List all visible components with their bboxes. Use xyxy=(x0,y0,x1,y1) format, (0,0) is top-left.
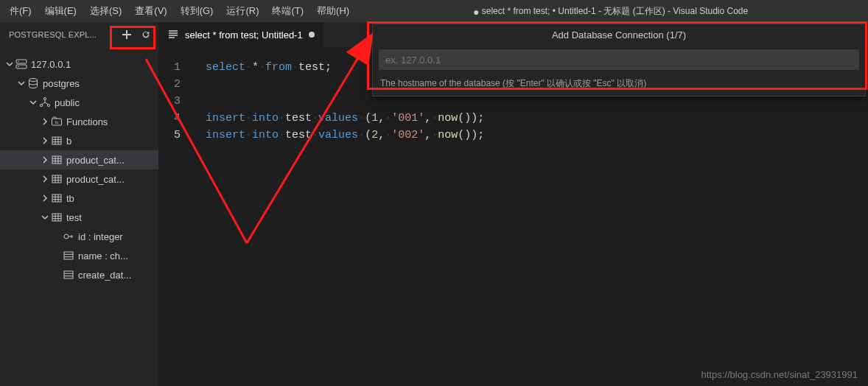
line-number: 1 xyxy=(158,59,181,76)
add-connection-button[interactable] xyxy=(119,27,135,43)
postgresql-explorer-tree[interactable]: 127.0.0.1postgrespublicfxFunctionsbprodu… xyxy=(0,47,158,386)
tree-item[interactable]: b xyxy=(0,131,158,150)
chevron-right-icon xyxy=(40,117,50,126)
menu-item[interactable]: 运行(R) xyxy=(220,0,265,22)
sidebar-panel-header: POSTGRESQL EXPL... xyxy=(0,22,158,47)
svg-point-2 xyxy=(18,61,19,63)
tree-item-label: 127.0.0.1 xyxy=(31,59,71,70)
svg-point-5 xyxy=(43,97,46,99)
tree-item[interactable]: tb xyxy=(0,189,158,208)
tree-item[interactable]: test xyxy=(0,208,158,227)
menu-item[interactable]: 编辑(E) xyxy=(38,0,83,22)
column-icon xyxy=(62,250,75,262)
chevron-down-icon xyxy=(28,98,38,107)
window-title: ● select * from test; • Untitled-1 - 无标题… xyxy=(356,5,865,18)
menu-item[interactable]: 查看(V) xyxy=(128,0,173,22)
menu-item[interactable]: 终端(T) xyxy=(265,0,310,22)
line-number: 2 xyxy=(158,76,181,93)
table-icon xyxy=(50,173,63,185)
svg-point-15 xyxy=(64,234,69,239)
chevron-right-icon xyxy=(40,136,50,145)
server-icon xyxy=(15,58,28,70)
table-icon xyxy=(50,154,63,166)
svg-point-6 xyxy=(40,104,42,106)
tree-item[interactable]: public xyxy=(0,93,158,112)
key-icon xyxy=(62,231,75,242)
tree-item-label: product_cat... xyxy=(66,155,125,166)
table-icon xyxy=(50,192,63,204)
svg-rect-17 xyxy=(64,271,73,278)
tree-item-label: tb xyxy=(66,193,74,204)
dirty-dot-icon xyxy=(309,32,315,38)
quick-input-dialog: Add Database Connection (1/7) The hostna… xyxy=(372,24,866,96)
svg-point-7 xyxy=(47,104,49,106)
code-editor[interactable]: 12345 select·*·from·test; insert·into·te… xyxy=(158,47,868,386)
sidebar-panel-title: POSTGRESQL EXPL... xyxy=(9,30,119,39)
line-number: 5 xyxy=(158,127,181,144)
chevron-right-icon xyxy=(40,194,50,203)
refresh-button[interactable] xyxy=(138,27,154,43)
svg-rect-16 xyxy=(64,252,73,259)
tree-item-label: public xyxy=(55,97,80,108)
tree-item[interactable]: 127.0.0.1 xyxy=(0,55,158,74)
line-number: 4 xyxy=(158,110,181,127)
column-icon xyxy=(62,269,75,281)
table-icon xyxy=(50,135,63,147)
line-number: 3 xyxy=(158,93,181,110)
chevron-down-icon xyxy=(16,79,27,88)
tree-item[interactable]: product_cat... xyxy=(0,169,158,189)
menu-items: 件(F)编辑(E)选择(S)查看(V)转到(G)运行(R)终端(T)帮助(H) xyxy=(3,0,356,22)
tree-item-label: product_cat... xyxy=(66,174,125,185)
code-line[interactable]: insert·into·test·values·(1,·'001',·now()… xyxy=(206,110,868,127)
tree-item[interactable]: fxFunctions xyxy=(0,112,158,131)
tree-item-label: test xyxy=(66,212,82,223)
tree-item-label: name : ch... xyxy=(78,250,128,262)
tree-item-label: create_dat... xyxy=(78,270,131,281)
tree-item-label: Functions xyxy=(66,116,108,127)
menu-item[interactable]: 选择(S) xyxy=(83,0,128,22)
chevron-right-icon xyxy=(40,175,50,183)
svg-rect-1 xyxy=(16,65,27,69)
svg-rect-13 xyxy=(52,194,61,202)
dirty-indicator-icon: ● xyxy=(473,5,479,17)
watermark-text: https://blog.csdn.net/sinat_23931991 xyxy=(701,369,858,380)
tree-item-label: id : integer xyxy=(78,231,123,242)
sidebar-panel-actions xyxy=(119,27,154,43)
tree-item[interactable]: postgres xyxy=(0,74,158,93)
svg-point-4 xyxy=(29,79,38,82)
svg-rect-10 xyxy=(52,137,61,144)
svg-rect-0 xyxy=(16,60,27,63)
tree-item[interactable]: name : ch... xyxy=(0,246,158,265)
svg-text:fx: fx xyxy=(55,120,59,124)
plus-icon xyxy=(121,29,133,41)
tree-item[interactable]: product_cat... xyxy=(0,150,158,169)
folder-fn-icon: fx xyxy=(50,116,63,127)
line-number-gutter: 12345 xyxy=(158,59,194,144)
table-icon xyxy=(50,211,63,223)
hostname-input[interactable] xyxy=(379,49,859,70)
tab-label: select * from test; Untitled-1 xyxy=(185,29,303,41)
svg-rect-11 xyxy=(52,156,61,164)
svg-rect-14 xyxy=(52,214,61,221)
menubar: 件(F)编辑(E)选择(S)查看(V)转到(G)运行(R)终端(T)帮助(H) … xyxy=(0,0,868,22)
chevron-down-icon xyxy=(4,60,15,69)
chevron-down-icon xyxy=(40,213,50,222)
sql-file-icon xyxy=(167,29,179,41)
svg-rect-12 xyxy=(52,175,61,183)
window-title-text: select * from test; • Untitled-1 - 无标题 (… xyxy=(482,6,748,16)
menu-item[interactable]: 帮助(H) xyxy=(310,0,356,22)
tab-sql-untitled-1[interactable]: select * from test; Untitled-1 xyxy=(158,22,324,47)
schema-icon xyxy=(38,96,52,108)
menu-item[interactable]: 件(F) xyxy=(3,0,38,22)
quick-input-title: Add Database Connection (1/7) xyxy=(373,24,865,46)
tree-item[interactable]: id : integer xyxy=(0,227,158,246)
svg-point-3 xyxy=(18,66,19,68)
chevron-right-icon xyxy=(40,155,50,164)
refresh-icon xyxy=(141,29,151,40)
tree-item-label: b xyxy=(66,136,71,147)
quick-input-description: The hostname of the database (按 "Enter" … xyxy=(373,74,865,96)
menu-item[interactable]: 转到(G) xyxy=(174,0,220,22)
code-line[interactable]: insert·into·test·values·(2,·'002',·now()… xyxy=(206,127,868,144)
tree-item[interactable]: create_dat... xyxy=(0,265,158,284)
database-icon xyxy=(27,77,40,89)
